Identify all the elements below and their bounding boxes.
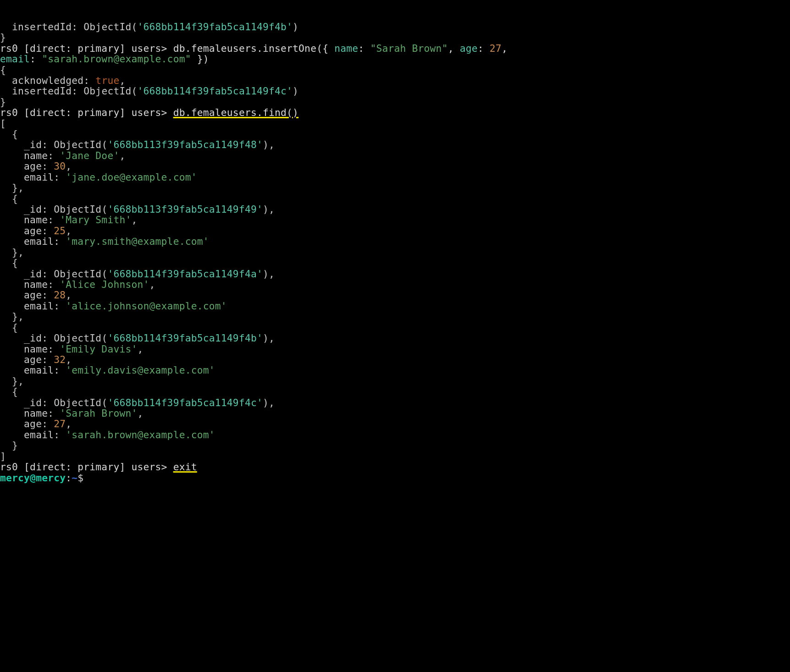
string-value: 'emily.davis@example.com' bbox=[66, 364, 215, 376]
objectid-value: '668bb114f39fab5ca1149f4a' bbox=[107, 268, 263, 280]
insert-cmd[interactable]: db.femaleusers.insertOne({ bbox=[173, 43, 335, 54]
string-value: 'Alice Johnson' bbox=[60, 279, 149, 290]
comma: , bbox=[66, 160, 72, 172]
field-label: name: bbox=[0, 279, 60, 290]
number-value: 30 bbox=[54, 160, 66, 172]
field-label: name: bbox=[0, 150, 60, 161]
comma: , bbox=[131, 214, 137, 226]
objectid-call: ObjectId( bbox=[54, 139, 107, 150]
paren-close: ) bbox=[263, 332, 269, 344]
exit-cmd[interactable]: exit bbox=[173, 461, 197, 473]
brace-close: } bbox=[0, 32, 6, 43]
insert-key[interactable]: age bbox=[460, 43, 478, 54]
number-value: 25 bbox=[54, 225, 66, 237]
comma: , bbox=[138, 408, 144, 419]
paren-close: ) bbox=[263, 139, 269, 150]
mongosh-prompt: rs0 [direct: primary] users> bbox=[0, 461, 173, 473]
objectid-value: '668bb114f39fab5ca1149f4b' bbox=[138, 21, 293, 33]
colon: : bbox=[358, 43, 370, 54]
shell-path: ~ bbox=[72, 472, 77, 484]
insert-key[interactable]: email bbox=[0, 53, 30, 65]
shell-colon: : bbox=[66, 472, 72, 484]
comma: , bbox=[448, 43, 460, 54]
paren-close: ) bbox=[263, 397, 269, 408]
field-label: age: bbox=[0, 225, 54, 237]
doc-open: { bbox=[0, 193, 18, 204]
paren-close: ) bbox=[293, 85, 298, 97]
field-label: name: bbox=[0, 408, 60, 419]
field-label: _id: bbox=[0, 204, 54, 215]
terminal-output[interactable]: insertedId: ObjectId('668bb114f39fab5ca1… bbox=[0, 22, 790, 483]
doc-open: { bbox=[0, 386, 18, 397]
comma: , bbox=[269, 397, 275, 408]
field-label: _id: bbox=[0, 397, 54, 408]
string-value: 'Emily Davis' bbox=[60, 343, 137, 355]
paren-close: ) bbox=[263, 204, 269, 215]
field-label: _id: bbox=[0, 332, 54, 344]
doc-close: }, bbox=[0, 311, 24, 322]
string-value: 'alice.johnson@example.com' bbox=[66, 300, 227, 312]
cmd-close[interactable]: }) bbox=[191, 53, 209, 65]
string-value: 'Sarah Brown' bbox=[60, 408, 137, 419]
objectid-value: '668bb114f39fab5ca1149f4c' bbox=[138, 85, 293, 97]
string-value: 'Jane Doe' bbox=[60, 150, 119, 161]
comma: , bbox=[138, 343, 144, 355]
output-label: insertedId: bbox=[0, 21, 83, 33]
string-value: 'Mary Smith' bbox=[60, 214, 131, 226]
field-label: _id: bbox=[0, 139, 54, 150]
field-label: email: bbox=[0, 300, 66, 312]
doc-close: } bbox=[0, 440, 18, 451]
insert-key[interactable]: name bbox=[334, 43, 358, 54]
bracket-close: ] bbox=[0, 451, 6, 462]
comma: , bbox=[269, 204, 275, 215]
doc-open: { bbox=[0, 322, 18, 333]
field-label: age: bbox=[0, 289, 54, 301]
objectid-call: ObjectId( bbox=[54, 268, 107, 280]
mongosh-prompt: rs0 [direct: primary] users> bbox=[0, 107, 173, 118]
bracket-open: [ bbox=[0, 118, 6, 129]
insert-value[interactable]: "Sarah Brown" bbox=[370, 43, 447, 54]
comma: , bbox=[119, 75, 125, 86]
doc-close: }, bbox=[0, 375, 24, 387]
field-label: age: bbox=[0, 354, 54, 365]
comma: , bbox=[149, 279, 155, 290]
insert-value[interactable]: 27 bbox=[490, 43, 502, 54]
find-cmd[interactable]: db.femaleusers.find() bbox=[173, 107, 298, 118]
field-label: email: bbox=[0, 171, 66, 183]
objectid-value: '668bb113f39fab5ca1149f48' bbox=[107, 139, 263, 150]
objectid-call: ObjectId( bbox=[83, 21, 137, 33]
objectid-value: '668bb114f39fab5ca1149f4c' bbox=[107, 397, 263, 408]
string-value: 'jane.doe@example.com' bbox=[66, 171, 197, 183]
objectid-call: ObjectId( bbox=[54, 332, 107, 344]
objectid-call: ObjectId( bbox=[83, 85, 137, 97]
shell-dollar[interactable]: $ bbox=[77, 472, 89, 484]
comma: , bbox=[66, 225, 72, 237]
colon: : bbox=[30, 53, 42, 65]
comma: , bbox=[66, 418, 72, 430]
shell-user: mercy@mercy bbox=[0, 472, 66, 484]
comma: , bbox=[269, 332, 275, 344]
number-value: 27 bbox=[54, 418, 66, 430]
objectid-call: ObjectId( bbox=[54, 204, 107, 215]
colon: : bbox=[478, 43, 490, 54]
objectid-value: '668bb114f39fab5ca1149f4b' bbox=[107, 332, 263, 344]
objectid-call: ObjectId( bbox=[54, 397, 107, 408]
comma: , bbox=[119, 150, 125, 161]
field-label: age: bbox=[0, 160, 54, 172]
number-value: 32 bbox=[54, 354, 66, 365]
doc-open: { bbox=[0, 128, 18, 140]
output-label: acknowledged: bbox=[0, 75, 95, 86]
mongosh-prompt: rs0 [direct: primary] users> bbox=[0, 43, 173, 54]
field-label: name: bbox=[0, 214, 60, 226]
field-label: email: bbox=[0, 364, 66, 376]
field-label: email: bbox=[0, 236, 66, 247]
brace-close: } bbox=[0, 96, 6, 108]
field-label: name: bbox=[0, 343, 60, 355]
string-value: 'sarah.brown@example.com' bbox=[66, 429, 215, 441]
string-value: 'mary.smith@example.com' bbox=[66, 236, 209, 247]
comma: , bbox=[66, 354, 72, 365]
number-value: 28 bbox=[54, 289, 66, 301]
insert-value[interactable]: "sarah.brown@example.com" bbox=[42, 53, 191, 65]
doc-open: { bbox=[0, 257, 18, 269]
field-label: email: bbox=[0, 429, 66, 441]
